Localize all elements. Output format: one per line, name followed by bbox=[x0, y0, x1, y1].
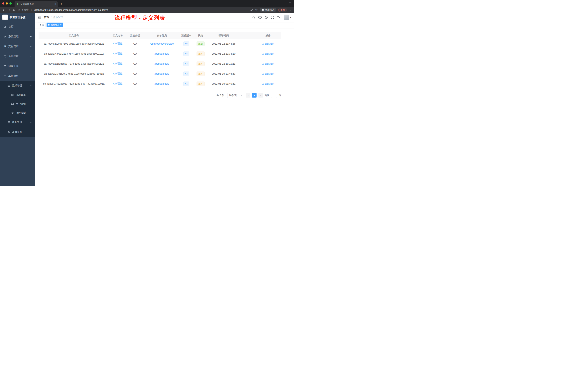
sidebar-item-workflow[interactable]: 工作流程 bbox=[0, 71, 35, 81]
assign-rule-link[interactable]: 分配规则 bbox=[262, 42, 274, 45]
definition-category: OA bbox=[126, 49, 144, 59]
font-size-icon[interactable] bbox=[277, 16, 281, 19]
goto-page-input[interactable] bbox=[271, 93, 277, 98]
tag-current[interactable]: 流程定义 × bbox=[47, 22, 63, 27]
chevron-down-icon bbox=[30, 121, 32, 123]
sidebar-item-label: 支付管理 bbox=[8, 45, 19, 48]
sidebar-item-process-model[interactable]: 流程模型 bbox=[0, 109, 35, 117]
person-icon bbox=[262, 43, 264, 45]
definition-id: oa_leave:2:3c1f0ef1-76b1-11ec-9c66-a2380… bbox=[39, 69, 109, 79]
current-page-button[interactable]: 1 bbox=[252, 93, 257, 98]
tag-close-icon[interactable]: × bbox=[60, 24, 62, 26]
assign-rule-link[interactable]: 分配规则 bbox=[262, 82, 274, 85]
sidebar-item-label: 流程表单 bbox=[16, 94, 26, 97]
person-icon bbox=[262, 53, 264, 55]
update-label: 更新 bbox=[280, 8, 285, 11]
column-header: 表单信息 bbox=[144, 33, 180, 39]
security-status[interactable]: 不安全 bbox=[18, 8, 29, 11]
monitor-icon bbox=[4, 55, 7, 58]
tag-home[interactable]: 首页 bbox=[38, 22, 45, 27]
table-row: oa_leave:1:482ec033-762a-11ec-8477-a2380… bbox=[39, 79, 281, 89]
row-spacer bbox=[239, 69, 255, 79]
help-icon[interactable] bbox=[265, 16, 268, 19]
form-info-link[interactable]: /bpm/oa/flow bbox=[155, 62, 169, 65]
breadcrumb-home[interactable]: 首页 bbox=[44, 16, 49, 19]
tab-search-chevron-icon[interactable] bbox=[289, 2, 291, 4]
key-icon[interactable] bbox=[250, 8, 253, 11]
sidebar-item-pay[interactable]: ¥ 支付管理 bbox=[0, 42, 35, 51]
deploy-time: 2022-01-22 21:48:38 bbox=[208, 39, 239, 49]
deploy-time: 2022-01-16 01:40:51 bbox=[208, 79, 239, 89]
chevron-down-icon bbox=[30, 65, 32, 67]
person-icon bbox=[262, 73, 264, 75]
definition-id: oa_leave:4:991f2193-7b7f-11ec-a3c8-acde4… bbox=[39, 49, 109, 59]
definition-name-link[interactable]: OA 请假 bbox=[113, 72, 122, 75]
url-field[interactable]: dashboard.yudao.iocoder.cn/bpm/manager/d… bbox=[34, 9, 248, 11]
assign-rule-link[interactable]: 分配规则 bbox=[262, 72, 274, 75]
bookmark-star-icon[interactable]: ☆ bbox=[255, 8, 258, 11]
form-info-link[interactable]: /bpm/oa/leave/create bbox=[150, 42, 174, 45]
tab-close-icon[interactable]: × bbox=[54, 3, 56, 5]
gear-icon bbox=[4, 35, 7, 38]
definition-id: oa_leave:3:1fad3d93-7b75-11ec-a3c8-acde4… bbox=[39, 59, 109, 69]
definition-name-link[interactable]: OA 请假 bbox=[113, 42, 122, 45]
sidebar-item-process-form[interactable]: 流程表单 bbox=[0, 91, 35, 99]
maximize-window-button[interactable] bbox=[10, 2, 12, 5]
sidebar-item-user-group[interactable]: 用户分组 bbox=[0, 99, 35, 109]
forward-icon[interactable] bbox=[8, 8, 10, 11]
toolbox-icon bbox=[4, 65, 7, 67]
form-info-link[interactable]: /bpm/oa/flow bbox=[155, 52, 169, 55]
row-spacer bbox=[239, 59, 255, 69]
definition-name-link[interactable]: OA 请假 bbox=[113, 62, 122, 65]
assign-rule-link[interactable]: 分配规则 bbox=[262, 52, 274, 55]
assign-rule-label: 分配规则 bbox=[265, 52, 274, 55]
person-icon bbox=[262, 83, 264, 85]
github-icon[interactable] bbox=[258, 16, 262, 19]
definition-name-link[interactable]: OA 请假 bbox=[113, 82, 122, 85]
sidebar-fold-icon[interactable] bbox=[38, 15, 42, 19]
sidebar-logo[interactable]: 芋道管理系统 bbox=[0, 13, 35, 22]
sidebar-item-system[interactable]: 系统管理 bbox=[0, 32, 35, 42]
definition-name-link[interactable]: OA 请假 bbox=[113, 52, 122, 55]
definition-id: oa_leave:5:004b710b-7b8a-11ec-8ef0-acde4… bbox=[39, 39, 109, 49]
sidebar-item-task-mgmt[interactable]: 任务管理 bbox=[0, 117, 35, 127]
document-icon bbox=[11, 94, 14, 97]
column-header-spacer bbox=[239, 33, 255, 39]
sidebar-item-leave-query[interactable]: 请假查询 bbox=[0, 127, 35, 137]
chevron-down-icon bbox=[30, 35, 32, 38]
fullscreen-icon[interactable] bbox=[271, 16, 274, 19]
chevron-up-icon bbox=[30, 85, 32, 87]
definition-table: 定义编号 定义名称 定义分类 表单信息 流程版本 状态 部署时间 操作 oa_l… bbox=[39, 33, 281, 89]
browser-tab[interactable]: 芋道管理系统 × bbox=[15, 1, 58, 7]
minimize-window-button[interactable] bbox=[6, 2, 8, 5]
new-tab-button[interactable]: + bbox=[60, 2, 62, 6]
browser-menu-dots-icon[interactable]: ⋮ bbox=[289, 8, 292, 11]
app-root: 芋道管理系统 首页 系统管理 ¥ 支付管理 bbox=[0, 13, 294, 186]
sidebar-item-label: 首页 bbox=[8, 25, 13, 28]
sidebar: 芋道管理系统 首页 系统管理 ¥ 支付管理 bbox=[0, 13, 35, 186]
prev-page-button[interactable]: ‹ bbox=[246, 93, 250, 98]
column-header: 定义分类 bbox=[126, 33, 144, 39]
reload-icon[interactable] bbox=[13, 8, 16, 11]
update-chip[interactable]: 更新 bbox=[278, 8, 287, 12]
sidebar-item-home[interactable]: 首页 bbox=[0, 22, 35, 32]
sidebar-item-process-mgmt[interactable]: 流程管理 bbox=[0, 81, 35, 91]
sidebar-item-label: 用户分组 bbox=[16, 102, 26, 106]
page-size-select[interactable]: 10条/页 bbox=[227, 93, 244, 98]
column-header: 状态 bbox=[193, 33, 208, 39]
sidebar-item-infra[interactable]: 基础设施 bbox=[0, 51, 35, 61]
chat-bubble-icon bbox=[11, 103, 14, 106]
row-spacer bbox=[239, 39, 255, 49]
browser-toolbar: 不安全 | dashboard.yudao.iocoder.cn/bpm/man… bbox=[0, 7, 294, 13]
back-icon[interactable] bbox=[2, 8, 5, 11]
next-page-button[interactable]: › bbox=[258, 93, 263, 98]
user-avatar[interactable]: ▾ bbox=[284, 15, 291, 20]
sidebar-item-dev[interactable]: 研发工具 bbox=[0, 61, 35, 71]
chevron-up-icon bbox=[30, 75, 32, 77]
close-window-button[interactable] bbox=[2, 2, 4, 5]
form-info-link[interactable]: /bpm/oa/flow bbox=[155, 82, 169, 85]
assign-rule-link[interactable]: 分配规则 bbox=[262, 62, 274, 65]
form-info-link[interactable]: /bpm/oa/flow bbox=[155, 72, 169, 75]
search-icon[interactable] bbox=[252, 16, 255, 19]
annotation-overlay-text: 流程模型 - 定义列表 bbox=[115, 14, 165, 22]
